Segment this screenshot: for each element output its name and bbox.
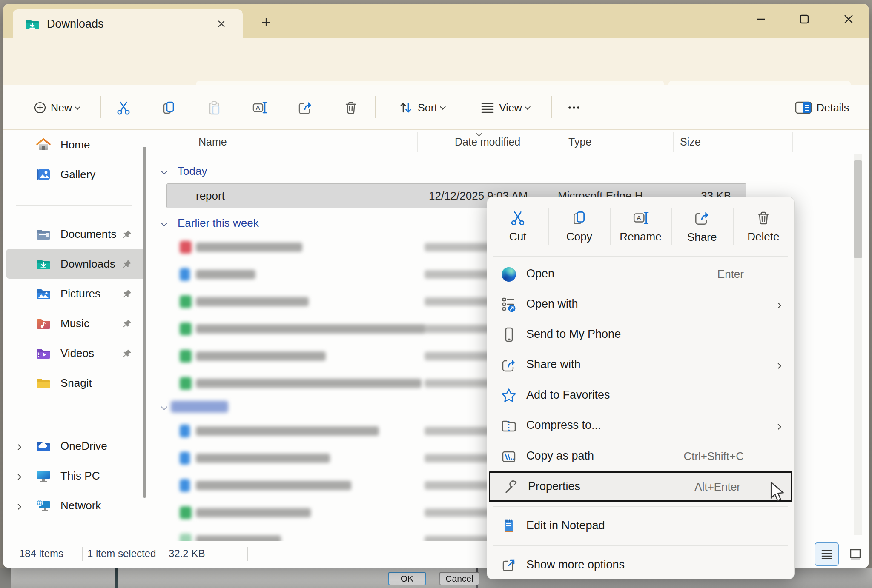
share-menu-button[interactable]: Share <box>671 197 733 256</box>
sidebar-item-music[interactable]: Music <box>6 308 146 338</box>
quick-action-label: Cut <box>509 230 526 243</box>
column-separator[interactable] <box>417 132 418 152</box>
menu-item-label: Copy as path <box>526 449 594 462</box>
sidebar-item-documents[interactable]: Documents <box>6 219 146 249</box>
large-icons-view-toggle[interactable] <box>843 542 867 566</box>
menu-item-compress-to[interactable]: Compress to... <box>487 411 794 441</box>
this-pc-icon <box>34 469 53 482</box>
phone-icon <box>500 326 518 344</box>
paste-button[interactable] <box>202 95 226 120</box>
menu-item-add-to-favorites[interactable]: Add to Favorites <box>487 380 794 411</box>
sidebar-item-home[interactable]: Home <box>6 130 146 160</box>
sidebar-item-snagit[interactable]: Snagit <box>6 368 146 398</box>
column-header-name[interactable]: Name <box>198 136 227 148</box>
details-view-toggle[interactable] <box>815 542 839 566</box>
sidebar-item-network[interactable]: Network <box>6 491 146 520</box>
redacted-file-name <box>196 324 426 334</box>
menu-item-shortcut: Enter <box>717 268 744 281</box>
sort-button[interactable]: Sort <box>386 95 457 120</box>
cut-icon <box>510 210 526 226</box>
thumbnail-view-icon <box>849 548 862 561</box>
sidebar-item-gallery[interactable]: Gallery <box>6 160 146 189</box>
details-pane-button[interactable]: Details <box>787 95 860 120</box>
menu-item-open-with[interactable]: Open with <box>487 289 794 320</box>
delete-icon <box>755 210 772 226</box>
menu-item-edit-in-notepad[interactable]: Edit in Notepad <box>487 511 794 541</box>
copy-menu-button[interactable]: Copy <box>548 197 610 256</box>
ok-button[interactable]: OK <box>388 572 426 585</box>
delete-button[interactable] <box>339 95 363 120</box>
sidebar-item-downloads[interactable]: Downloads <box>6 249 146 279</box>
collapse-chevron-icon[interactable] <box>161 403 168 410</box>
view-button[interactable]: View <box>468 95 542 120</box>
menu-item-shortcut: Ctrl+Shift+C <box>683 450 744 463</box>
new-button[interactable]: New <box>20 95 93 120</box>
quick-action-label: Share <box>687 231 717 244</box>
minimize-button[interactable] <box>748 9 774 29</box>
chevron-right-icon[interactable] <box>16 503 20 511</box>
plus-circle-icon <box>34 101 46 114</box>
see-more-button[interactable] <box>562 95 586 120</box>
maximize-button[interactable] <box>791 9 818 29</box>
delete-menu-button[interactable]: Delete <box>733 197 794 256</box>
column-header-type[interactable]: Type <box>568 136 591 148</box>
cut-menu-button[interactable]: Cut <box>487 197 548 256</box>
column-separator[interactable] <box>673 132 674 152</box>
new-tab-button[interactable] <box>258 14 275 31</box>
sidebar-item-label: Documents <box>60 228 117 241</box>
cancel-button[interactable]: Cancel <box>439 572 479 585</box>
file-type-icon <box>180 377 192 390</box>
share-button[interactable] <box>293 95 317 120</box>
copy-icon <box>161 100 176 115</box>
tab-downloads[interactable]: Downloads <box>13 9 243 38</box>
rename-menu-button[interactable]: A Rename <box>610 197 671 256</box>
file-type-icon <box>180 350 192 363</box>
menu-item-copy-as-path[interactable]: Copy as path Ctrl+Shift+C <box>487 441 794 471</box>
sidebar-item-label: Network <box>60 499 101 512</box>
list-view-icon <box>820 549 833 560</box>
chevron-down-icon <box>440 104 446 110</box>
rename-button[interactable]: A <box>248 95 272 120</box>
redacted-file-name <box>196 379 422 388</box>
column-separator[interactable] <box>792 132 793 152</box>
menu-item-share-with[interactable]: Share with <box>487 350 794 380</box>
column-header-size[interactable]: Size <box>680 136 701 148</box>
sidebar-item-label: Pictures <box>60 287 100 300</box>
file-type-icon <box>180 506 192 519</box>
selection-size: 32.2 KB <box>169 548 205 559</box>
column-separator[interactable] <box>556 132 556 152</box>
collapse-chevron-icon[interactable] <box>161 168 168 174</box>
toolbar-divider <box>551 96 552 118</box>
cut-button[interactable] <box>112 95 135 120</box>
sidebar-item-videos[interactable]: Videos <box>6 338 146 368</box>
file-type-icon <box>180 534 192 541</box>
group-label: Earlier this week <box>178 217 259 230</box>
sidebar-item-label: Gallery <box>60 168 95 181</box>
menu-item-properties[interactable]: Properties Alt+Enter <box>489 471 792 502</box>
delete-icon <box>343 100 359 115</box>
sidebar-item-this-pc[interactable]: This PC <box>6 461 146 491</box>
sidebar-scrollbar[interactable] <box>143 147 146 498</box>
group-header-today[interactable]: Today <box>149 163 869 180</box>
chevron-right-icon[interactable] <box>16 443 20 451</box>
share-icon <box>297 100 313 116</box>
tab-close-icon[interactable] <box>214 16 229 31</box>
menu-item-open[interactable]: Open Enter <box>487 259 794 289</box>
copy-button[interactable] <box>157 95 181 120</box>
file-type-icon <box>180 241 192 254</box>
menu-item-send-to-my-phone[interactable]: Send to My Phone <box>487 320 794 350</box>
menu-item-show-more-options[interactable]: Show more options <box>487 550 794 578</box>
column-header-date-modified[interactable]: Date modified <box>455 136 520 148</box>
sidebar-spacer <box>4 398 149 431</box>
gallery-icon <box>34 168 53 181</box>
close-button[interactable] <box>835 9 862 29</box>
quick-action-label: Delete <box>747 230 779 243</box>
chevron-right-icon[interactable] <box>16 473 20 481</box>
sidebar-item-pictures[interactable]: Pictures <box>6 279 146 308</box>
file-list-scrollbar-thumb[interactable] <box>854 160 862 258</box>
home-icon <box>34 138 53 151</box>
navigation-pane: Home Gallery Documents Downloads <box>4 130 149 541</box>
view-button-label: View <box>499 102 522 114</box>
sidebar-item-onedrive[interactable]: OneDrive <box>6 431 146 461</box>
collapse-chevron-icon[interactable] <box>161 220 168 226</box>
